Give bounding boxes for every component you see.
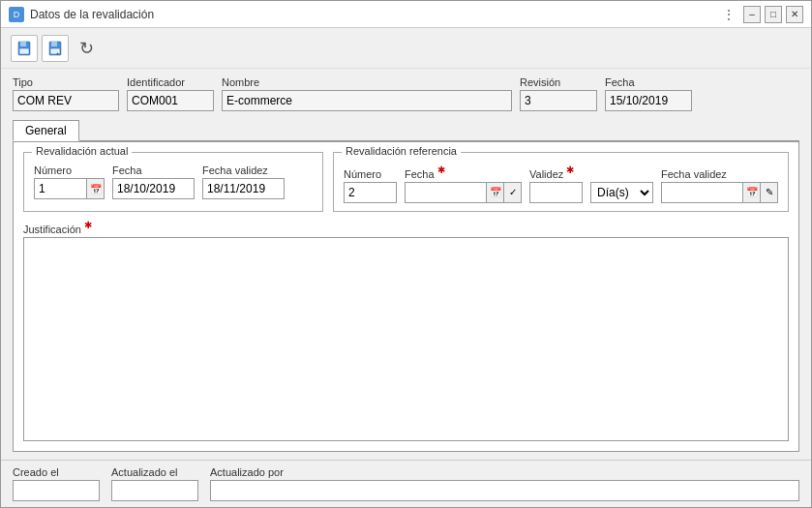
ref-fecha-calendar-icon[interactable]: 📅	[487, 182, 504, 203]
actualizado-el-input[interactable]	[111, 480, 198, 501]
title-bar: D Datos de la revalidación ⋮ – □ ✕	[1, 1, 811, 28]
actualizado-el-group: Actualizado el	[111, 466, 198, 501]
justificacion-required-icon: ✱	[84, 220, 92, 230]
svg-rect-4	[51, 42, 57, 46]
actual-fecha-group: Fecha	[112, 164, 195, 199]
identificador-label: Identificador	[127, 76, 214, 88]
revision-field-group: Revisión	[520, 76, 597, 111]
ref-fecha-check-icon[interactable]: ✓	[504, 182, 522, 203]
ref-fecha-input-wrapper: 📅 ✓	[405, 182, 522, 203]
svg-rect-1	[20, 42, 26, 46]
ref-numero-input[interactable]	[344, 182, 397, 203]
ref-numero-label: Número	[344, 168, 397, 180]
window-icon: D	[9, 7, 24, 22]
justificacion-label: Justificación ✱	[23, 220, 789, 235]
actual-fecha-label: Fecha	[112, 164, 195, 176]
fecha-header-input[interactable]	[605, 90, 692, 111]
fecha-header-field-group: Fecha	[605, 76, 692, 111]
close-button[interactable]: ✕	[786, 6, 803, 23]
ref-fecha-validez-calendar-icon[interactable]: 📅	[743, 182, 761, 203]
actualizado-por-input[interactable]	[210, 480, 799, 501]
revalidacion-referencia-title: Revalidación referencia	[342, 145, 461, 157]
tipo-label: Tipo	[13, 76, 119, 88]
ref-fecha-validez-group: Fecha validez 📅 ✎	[661, 168, 778, 203]
actual-numero-group: Número 📅	[34, 164, 105, 199]
ref-fecha-required-icon: ✱	[437, 164, 445, 175]
ref-fecha-group: Fecha ✱ 📅 ✓	[405, 164, 522, 203]
refresh-button[interactable]: ↻	[73, 35, 100, 62]
minimize-button[interactable]: –	[743, 6, 761, 23]
actual-fecha-validez-group: Fecha validez	[202, 164, 285, 199]
ref-fecha-validez-input-wrapper: 📅 ✎	[661, 182, 778, 203]
ref-fecha-validez-label: Fecha validez	[661, 168, 778, 180]
actual-numero-input[interactable]	[34, 178, 87, 199]
revalidacion-actual-title: Revalidación actual	[32, 145, 132, 157]
actual-fecha-validez-input[interactable]	[202, 178, 285, 199]
ref-validez-required-icon: ✱	[566, 164, 574, 175]
window-title: Datos de la revalidación	[30, 8, 154, 21]
revalidacion-referencia-box: Revalidación referencia Número Fecha ✱	[333, 152, 789, 212]
top-fields-row: Tipo Identificador Nombre Revisión Fecha	[13, 76, 799, 111]
actual-fecha-input[interactable]	[112, 178, 195, 199]
actual-numero-label: Número	[34, 164, 105, 176]
ref-validez-group: Validez ✱	[529, 164, 583, 203]
tipo-field-group: Tipo	[13, 76, 119, 111]
save-as-button[interactable]: +	[42, 35, 69, 62]
save-button[interactable]	[11, 35, 38, 62]
title-controls: ⋮ – □ ✕	[718, 6, 803, 23]
toolbar: + ↻	[1, 28, 811, 69]
revalidacion-actual-box: Revalidación actual Número 📅 Fecha	[23, 152, 323, 212]
ref-validez-label: Validez ✱	[529, 164, 583, 180]
svg-text:+: +	[56, 50, 60, 56]
bottom-bar: Creado el Actualizado el Actualizado por	[1, 460, 811, 507]
actual-numero-input-wrapper: 📅	[34, 178, 105, 199]
ref-dias-select[interactable]: Día(s) Mes(es) Año(s)	[590, 182, 653, 203]
identificador-input[interactable]	[127, 90, 214, 111]
fecha-header-label: Fecha	[605, 76, 692, 88]
tipo-input[interactable]	[13, 90, 119, 111]
ref-dias-label	[590, 168, 653, 180]
actualizado-por-label: Actualizado por	[210, 466, 799, 478]
ref-fecha-input[interactable]	[405, 182, 487, 203]
creado-el-group: Creado el	[13, 466, 100, 501]
tab-content-general: Revalidación actual Número 📅 Fecha	[13, 141, 799, 452]
revalidacion-actual-fields: Número 📅 Fecha Fech	[34, 161, 313, 199]
revision-label: Revisión	[520, 76, 597, 88]
revalidacion-referencia-fields: Número Fecha ✱ 📅	[344, 161, 778, 203]
creado-el-input[interactable]	[13, 480, 100, 501]
ref-fecha-validez-input[interactable]	[661, 182, 743, 203]
sections-row: Revalidación actual Número 📅 Fecha	[23, 152, 789, 212]
title-bar-left: D Datos de la revalidación	[9, 7, 154, 22]
tab-general[interactable]: General	[13, 120, 79, 141]
actual-fecha-validez-label: Fecha validez	[202, 164, 285, 176]
form-area: Tipo Identificador Nombre Revisión Fecha	[1, 69, 811, 460]
justificacion-textarea[interactable]	[23, 237, 789, 441]
actualizado-por-group: Actualizado por	[210, 466, 799, 501]
creado-el-label: Creado el	[13, 466, 100, 478]
maximize-button[interactable]: □	[765, 6, 782, 23]
nombre-label: Nombre	[222, 76, 512, 88]
ref-fecha-label: Fecha ✱	[405, 164, 522, 180]
ref-fecha-validez-edit-icon[interactable]: ✎	[761, 182, 778, 203]
actual-numero-calendar-icon[interactable]: 📅	[87, 178, 105, 199]
svg-rect-2	[19, 48, 29, 54]
actualizado-el-label: Actualizado el	[111, 466, 198, 478]
tabs-bar: General	[13, 119, 799, 141]
ref-dias-group: Día(s) Mes(es) Año(s)	[590, 168, 653, 203]
nombre-input[interactable]	[222, 90, 512, 111]
more-options-icon[interactable]: ⋮	[718, 7, 739, 22]
tab-container: General Revalidación actual Número �	[13, 119, 799, 452]
nombre-field-group: Nombre	[222, 76, 512, 111]
ref-numero-group: Número	[344, 168, 397, 203]
ref-validez-input[interactable]	[529, 182, 583, 203]
revision-input[interactable]	[520, 90, 597, 111]
main-window: D Datos de la revalidación ⋮ – □ ✕ +	[0, 0, 812, 508]
identificador-field-group: Identificador	[127, 76, 214, 111]
justificacion-group: Justificación ✱	[23, 220, 789, 441]
